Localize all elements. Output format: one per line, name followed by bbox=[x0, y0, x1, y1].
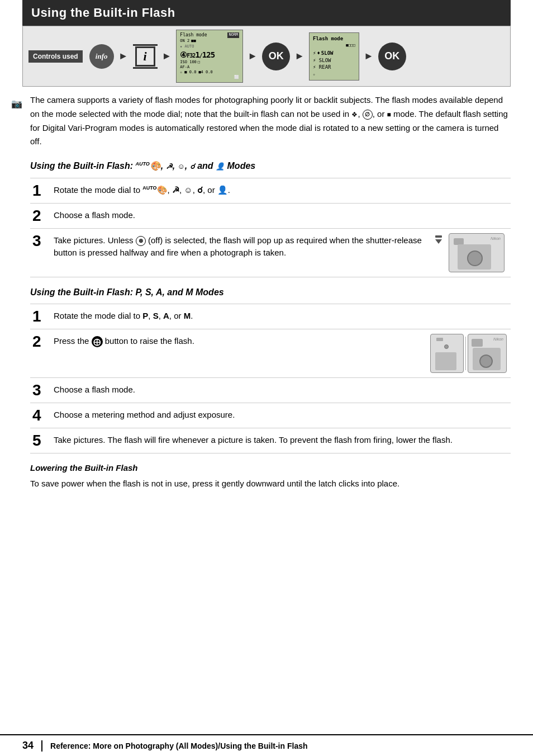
step-s2-4: 4 Choose a metering method and adjust ex… bbox=[30, 403, 511, 428]
arrow-icon-5: ► bbox=[364, 50, 374, 62]
info-label: info bbox=[96, 52, 108, 61]
arrow-icon-1: ► bbox=[118, 50, 129, 62]
ok-button-1[interactable]: OK bbox=[262, 42, 290, 70]
section2-heading: Using the Built-in Flash: P, S, A, and M… bbox=[30, 285, 511, 300]
flash-lcd-2: Flash mode ■□□□ ⚡ ♦SLOW ⚡ SLOW ⚡ REAR ⬦ bbox=[309, 32, 359, 81]
section1-heading: Using the Built-in Flash: AUTO🎨, ☭, ☺, ☌… bbox=[30, 159, 511, 173]
lcd-screen-1: Flash mode NORM ON 2 ■■ ⬥ AUTO ④F321/125… bbox=[176, 30, 243, 83]
info-button[interactable]: info bbox=[89, 44, 114, 69]
lowering-text: To save power when the flash is not in u… bbox=[30, 477, 511, 491]
section2-steps: 1 Rotate the mode dial to P, S, A, or M.… bbox=[30, 304, 511, 453]
step-s1-2: 2 Choose a flash mode. bbox=[30, 203, 511, 228]
step-content-s2-5: Take pictures. The flash will fire whene… bbox=[54, 433, 508, 447]
ok-button-2[interactable]: OK bbox=[378, 42, 406, 70]
controls-label: Controls used bbox=[28, 50, 83, 63]
step-number-s2-1: 1 bbox=[32, 309, 48, 324]
arrow-icon-4: ► bbox=[294, 50, 304, 62]
step-content-s1-2: Choose a flash mode. bbox=[54, 208, 508, 222]
step-s2-1: 1 Rotate the mode dial to P, S, A, or M. bbox=[30, 304, 511, 329]
step-s2-2-image: Nikon bbox=[430, 334, 508, 373]
footer-page-number: 34 bbox=[22, 740, 34, 752]
step-number-s1-3: 3 bbox=[32, 233, 48, 249]
lowering-section: Lowering the Built-in Flash To save powe… bbox=[30, 461, 511, 491]
page-title: Using the Built-in Flash bbox=[22, 0, 511, 26]
section1-steps: 1 Rotate the mode dial to AUTO🎨, ☭, ☺, ☌… bbox=[30, 178, 511, 277]
i-button[interactable]: i bbox=[133, 44, 158, 69]
step-content-s2-3: Choose a flash mode. bbox=[54, 382, 508, 396]
step-content-s2-2: Press the ⨁ button to raise the flash. bbox=[54, 334, 425, 348]
step-s1-3: 3 Take pictures. Unless ⊗ (off) is selec… bbox=[30, 228, 511, 277]
title-text: Using the Built-in Flash bbox=[31, 6, 175, 20]
step-number-s1-2: 2 bbox=[32, 208, 48, 224]
step-number-s2-4: 4 bbox=[32, 408, 48, 423]
footer: 34 Reference: More on Photography (All M… bbox=[0, 734, 533, 756]
step-s2-5: 5 Take pictures. The flash will fire whe… bbox=[30, 428, 511, 453]
controls-banner: Controls used info ► i ► Flash mode NORM bbox=[22, 26, 511, 87]
step-content-s1-3: Take pictures. Unless ⊗ (off) is selecte… bbox=[54, 233, 425, 259]
controls-icons: info ► i ► Flash mode NORM ON 2 ■■ bbox=[89, 30, 505, 83]
step-number-s2-2: 2 bbox=[32, 334, 48, 349]
arrow-icon-2: ► bbox=[162, 50, 172, 62]
footer-text: Reference: More on Photography (All Mode… bbox=[50, 741, 307, 750]
step-number-s1-1: 1 bbox=[32, 183, 48, 199]
main-content: 📷 The camera supports a variety of flash… bbox=[22, 87, 511, 498]
step-number-s2-5: 5 bbox=[32, 433, 48, 448]
intro-paragraph: The camera supports a variety of flash m… bbox=[30, 93, 511, 149]
footer-divider bbox=[41, 740, 42, 752]
lowering-heading: Lowering the Built-in Flash bbox=[30, 461, 511, 475]
camera-sidebar-icon: 📷 bbox=[11, 97, 22, 111]
step-s2-3: 3 Choose a flash mode. bbox=[30, 377, 511, 403]
arrow-icon-3: ► bbox=[248, 50, 258, 62]
page: Using the Built-in Flash Controls used i… bbox=[0, 0, 533, 520]
step-s1-1: 1 Rotate the mode dial to AUTO🎨, ☭, ☺, ☌… bbox=[30, 178, 511, 203]
step-number-s2-3: 3 bbox=[32, 382, 48, 398]
step-content-s2-4: Choose a metering method and adjust expo… bbox=[54, 408, 508, 422]
step-content-s2-1: Rotate the mode dial to P, S, A, or M. bbox=[54, 309, 508, 323]
step-content-s1-1: Rotate the mode dial to AUTO🎨, ☭, ☺, ☌, … bbox=[54, 183, 508, 197]
step-s1-3-image: Nikon bbox=[430, 233, 508, 272]
step-s2-2: 2 Press the ⨁ button to raise the flash. bbox=[30, 329, 511, 377]
